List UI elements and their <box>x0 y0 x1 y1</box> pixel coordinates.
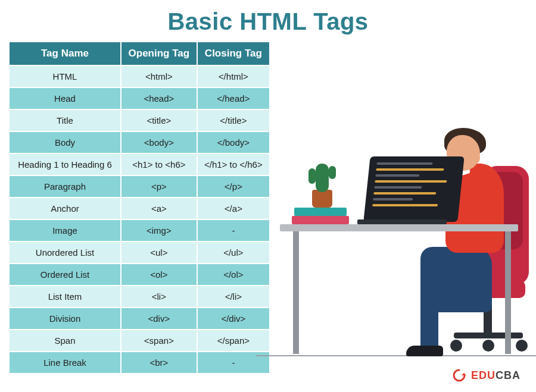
cell-open: <h1> to <h6> <box>121 153 197 175</box>
brand-logo: EDUCBA <box>452 368 521 382</box>
desk-top <box>280 224 518 231</box>
table-row: Unordered List<ul></ul> <box>9 242 270 264</box>
code-line <box>373 192 436 195</box>
cell-open: <ol> <box>121 264 197 286</box>
laptop-base <box>357 219 447 224</box>
cell-name: List Item <box>9 286 121 308</box>
table-row: Line Break<br>- <box>9 352 270 374</box>
cell-close: </h1> to </h6> <box>197 153 270 175</box>
code-line <box>375 174 419 177</box>
cell-close: </title> <box>197 109 270 131</box>
code-line <box>372 204 438 206</box>
cell-name: Line Break <box>9 352 121 374</box>
cell-close: </head> <box>197 87 270 109</box>
cell-name: Ordered List <box>9 264 121 286</box>
cell-open: <body> <box>121 131 197 153</box>
chair-wheel <box>482 340 494 352</box>
cell-name: Anchor <box>9 197 121 219</box>
floor-line <box>256 355 536 356</box>
cell-open: <span> <box>121 330 197 352</box>
code-line <box>374 186 422 189</box>
cell-name: HTML <box>9 65 121 87</box>
cell-close: </a> <box>197 197 270 219</box>
svg-marker-0 <box>462 373 466 375</box>
cell-name: Span <box>9 330 121 352</box>
chair-wheel <box>516 340 528 352</box>
table-row: Anchor<a></a> <box>9 197 270 219</box>
person-ear <box>472 153 480 164</box>
cell-close: - <box>197 219 270 242</box>
cell-name: Heading 1 to Heading 6 <box>9 153 121 175</box>
table-row: Division<div></div> <box>9 308 270 330</box>
illustration <box>280 106 536 356</box>
table-row: Paragraph<p></p> <box>9 175 270 197</box>
table-row: Body<body></body> <box>9 131 270 153</box>
desk-leg <box>293 231 299 354</box>
cell-close: </html> <box>197 65 270 87</box>
code-line <box>376 168 444 171</box>
cell-name: Division <box>9 308 121 330</box>
cell-close: </li> <box>197 286 270 308</box>
book <box>292 216 349 224</box>
cell-close: </ul> <box>197 242 270 264</box>
laptop-screen <box>363 156 465 222</box>
cell-name: Paragraph <box>9 175 121 197</box>
page-title: Basic HTML Tags <box>0 0 536 41</box>
cactus-icon <box>316 164 329 192</box>
logo-text-accent: EDU <box>471 369 496 381</box>
code-line <box>373 198 413 200</box>
chair-wheel <box>450 340 462 352</box>
col-closing-tag: Closing Tag <box>197 42 270 65</box>
desk-leg <box>505 231 511 354</box>
person-shin <box>420 297 438 352</box>
cactus-pot <box>312 190 332 208</box>
logo-icon <box>452 368 466 382</box>
cell-open: <head> <box>121 87 197 109</box>
logo-text-rest: CBA <box>496 369 521 381</box>
table-header-row: Tag Name Opening Tag Closing Tag <box>9 42 270 65</box>
cell-open: <li> <box>121 286 197 308</box>
code-line <box>375 180 447 183</box>
cell-open: <img> <box>121 219 197 242</box>
table-row: Heading 1 to Heading 6<h1> to <h6></h1> … <box>9 153 270 175</box>
cell-close: </div> <box>197 308 270 330</box>
cell-open: <div> <box>121 308 197 330</box>
cell-name: Body <box>9 131 121 153</box>
tags-table: Tag Name Opening Tag Closing Tag HTML<ht… <box>8 41 270 374</box>
cell-name: Unordered List <box>9 242 121 264</box>
cell-open: <title> <box>121 109 197 131</box>
cell-close: </span> <box>197 330 270 352</box>
table-row: Head<head></head> <box>9 87 270 109</box>
cell-open: <a> <box>121 197 197 219</box>
cell-close: </p> <box>197 175 270 197</box>
cell-open: <br> <box>121 352 197 374</box>
table-row: Image<img>- <box>9 219 270 242</box>
cell-open: <ul> <box>121 242 197 264</box>
col-tag-name: Tag Name <box>9 42 121 65</box>
cell-name: Title <box>9 109 121 131</box>
table-row: HTML<html></html> <box>9 65 270 87</box>
cell-close: </ol> <box>197 264 270 286</box>
cell-open: <p> <box>121 175 197 197</box>
book <box>294 208 347 216</box>
table-row: List Item<li></li> <box>9 286 270 308</box>
cell-close: </body> <box>197 131 270 153</box>
code-line <box>376 162 432 165</box>
table-row: Title<title></title> <box>9 109 270 131</box>
table-row: Ordered List<ol></ol> <box>9 264 270 286</box>
cell-name: Image <box>9 219 121 242</box>
chair-base <box>454 333 523 338</box>
cell-open: <html> <box>121 65 197 87</box>
cell-name: Head <box>9 87 121 109</box>
person-shoe <box>406 346 443 356</box>
logo-text: EDUCBA <box>471 369 521 382</box>
table-row: Span<span></span> <box>9 330 270 352</box>
col-opening-tag: Opening Tag <box>121 42 197 65</box>
